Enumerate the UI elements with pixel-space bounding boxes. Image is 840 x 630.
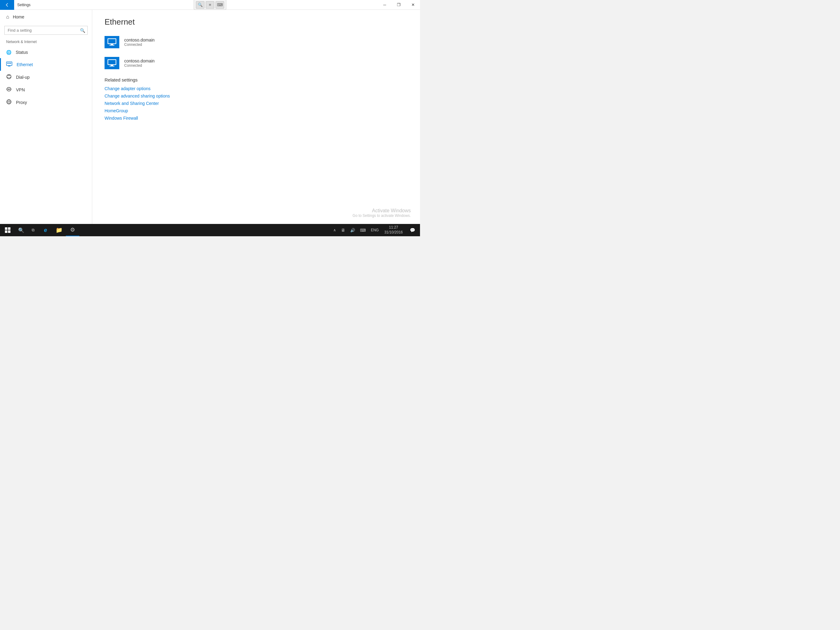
taskbar: 🔍 ⧉ e 📁 ⚙ ∧ 🖥 🔊 ⌨ ENG 11:27: [0, 224, 420, 236]
taskbar-right: ∧ 🖥 🔊 ⌨ ENG 11:27 31/10/2016 💬: [332, 224, 420, 236]
svg-point-6: [7, 74, 11, 79]
window-controls: ─ ❐ ✕: [377, 0, 420, 10]
svg-rect-19: [111, 65, 113, 66]
taskbar-time: 11:27: [389, 225, 398, 230]
notification-icon: 💬: [410, 228, 415, 233]
network-connection-1[interactable]: contoso.domain Connected: [104, 34, 408, 50]
svg-rect-3: [10, 63, 11, 64]
task-view-icon: ⧉: [32, 228, 35, 233]
ethernet-icon: [6, 62, 12, 67]
taskbar-settings-button[interactable]: ⚙: [66, 224, 79, 236]
taskbar-volume-icon[interactable]: 🔊: [348, 224, 357, 236]
sidebar-home[interactable]: ⌂ Home: [0, 10, 92, 24]
taskbar-ime-icon[interactable]: ENG: [369, 224, 381, 236]
start-button[interactable]: [0, 224, 15, 236]
svg-rect-15: [111, 44, 113, 45]
magnifier-toolbar: 🔍 ≡ ⌨: [194, 0, 226, 10]
magnifier-keyboard-button[interactable]: ⌨: [216, 1, 224, 9]
status-icon: 🌐: [6, 50, 11, 55]
taskbar-pinned-apps: e 📁 ⚙: [39, 224, 79, 236]
svg-rect-24: [8, 230, 11, 233]
search-icon: 🔍: [80, 28, 85, 33]
app-body: ⌂ Home 🔍 Network & Internet 🌐 Status: [0, 10, 420, 224]
home-label: Home: [13, 14, 24, 19]
svg-rect-1: [7, 63, 8, 64]
svg-rect-20: [109, 66, 114, 66]
sidebar-item-ethernet[interactable]: Ethernet: [0, 58, 92, 71]
taskbar-network-icon[interactable]: 🖥: [339, 224, 347, 236]
volume-tray-icon: 🔊: [350, 228, 355, 233]
back-button[interactable]: [0, 0, 14, 10]
network-name-1: contoso.domain: [124, 38, 155, 43]
taskbar-search-icon: 🔍: [18, 227, 24, 233]
network-connection-icon-1: [104, 36, 119, 48]
sidebar-item-vpn[interactable]: VPN: [0, 83, 92, 96]
svg-rect-16: [109, 45, 114, 46]
sidebar-search-container: 🔍: [4, 26, 88, 35]
sidebar-section-label: Network & Internet: [0, 38, 92, 46]
network-connection-icon-2: [104, 57, 119, 69]
network-status-2: Connected: [124, 63, 155, 68]
taskbar-clock[interactable]: 11:27 31/10/2016: [382, 225, 405, 235]
title-bar: Settings 🔍 ≡ ⌨ ─ ❐ ✕: [0, 0, 420, 10]
network-name-2: contoso.domain: [124, 59, 155, 63]
taskbar-explorer-button[interactable]: 📁: [52, 224, 66, 236]
close-button[interactable]: ✕: [406, 0, 420, 10]
sidebar-item-status-label: Status: [16, 50, 28, 55]
taskbar-notification-button[interactable]: 💬: [406, 224, 418, 236]
link-advanced-sharing[interactable]: Change advanced sharing options: [104, 93, 408, 98]
network-connection-2[interactable]: contoso.domain Connected: [104, 55, 408, 71]
proxy-icon: [6, 99, 12, 105]
sidebar-item-dialup[interactable]: Dial-up: [0, 71, 92, 83]
svg-point-7: [8, 89, 9, 90]
magnifier-zoom-button[interactable]: 🔍: [196, 1, 204, 9]
link-windows-firewall[interactable]: Windows Firewall: [104, 116, 408, 120]
related-settings-title: Related settings: [104, 77, 408, 82]
sidebar-item-proxy[interactable]: Proxy: [0, 96, 92, 109]
ime-label: ENG: [371, 228, 379, 232]
svg-rect-21: [5, 227, 7, 230]
link-adapter-options[interactable]: Change adapter options: [104, 86, 408, 91]
sidebar: ⌂ Home 🔍 Network & Internet 🌐 Status: [0, 10, 92, 224]
taskbar-ie-button[interactable]: e: [39, 224, 52, 236]
network-tray-icon: 🖥: [341, 228, 345, 233]
vpn-icon: [6, 87, 12, 93]
taskbar-search-button[interactable]: 🔍: [15, 224, 27, 236]
svg-rect-14: [108, 39, 115, 43]
network-info-2: contoso.domain Connected: [124, 59, 155, 68]
svg-rect-2: [9, 63, 10, 64]
link-homegroup[interactable]: HomeGroup: [104, 108, 408, 113]
taskbar-date: 31/10/2016: [384, 230, 403, 235]
content-area: Ethernet contoso.domain Connected: [92, 10, 420, 224]
link-sharing-center[interactable]: Network and Sharing Center: [104, 101, 408, 106]
sidebar-item-ethernet-label: Ethernet: [17, 62, 33, 67]
network-info-1: contoso.domain Connected: [124, 38, 155, 47]
task-view-button[interactable]: ⧉: [27, 224, 39, 236]
svg-rect-18: [108, 60, 115, 64]
sidebar-item-dialup-label: Dial-up: [16, 75, 30, 80]
sidebar-item-status[interactable]: 🌐 Status: [0, 46, 92, 58]
network-status-1: Connected: [124, 43, 155, 47]
home-icon: ⌂: [6, 14, 9, 20]
taskbar-tray-arrow[interactable]: ∧: [332, 224, 338, 236]
minimize-button[interactable]: ─: [377, 0, 392, 10]
search-input[interactable]: [4, 26, 88, 35]
svg-rect-23: [5, 230, 7, 233]
sidebar-item-vpn-label: VPN: [16, 87, 25, 92]
sidebar-item-proxy-label: Proxy: [16, 100, 27, 105]
tray-arrow-icon: ∧: [333, 228, 336, 232]
svg-rect-22: [8, 227, 11, 230]
keyboard-tray-icon: ⌨: [360, 228, 366, 233]
magnifier-menu-button[interactable]: ≡: [206, 1, 214, 9]
restore-button[interactable]: ❐: [392, 0, 406, 10]
page-title: Ethernet: [104, 17, 408, 27]
dialup-icon: [6, 74, 12, 80]
taskbar-keyboard-icon[interactable]: ⌨: [358, 224, 368, 236]
